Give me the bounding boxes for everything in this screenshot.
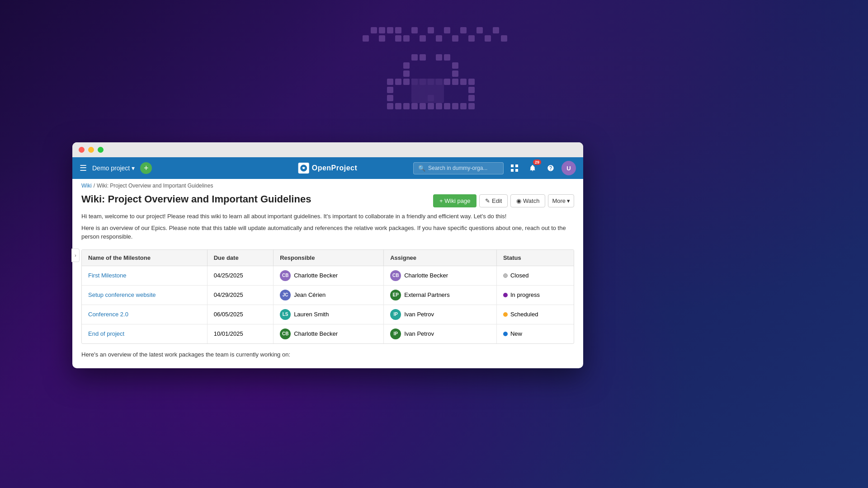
svg-rect-1 [379,27,385,33]
header-right: 🔍 Search in dummy-orga... 29 U [413,161,576,175]
svg-rect-50 [436,103,442,109]
project-selector[interactable]: Demo project ▾ [92,164,135,172]
col-header-status: Status [496,250,574,266]
svg-rect-23 [444,54,450,61]
breadcrumb-wiki-link[interactable]: Wiki [81,183,92,189]
responsible-avatar: JC [280,290,291,300]
svg-rect-39 [387,87,393,93]
cell-milestone-name[interactable]: Conference 2.0 [82,305,207,324]
responsible-name: Lauren Smith [294,311,329,318]
assignee-name: External Partners [404,291,449,298]
wiki-page-button[interactable]: + Wiki page [433,194,476,207]
cell-milestone-name[interactable]: End of project [82,324,207,343]
watch-button[interactable]: ◉ Watch [510,194,545,207]
svg-point-57 [302,167,305,169]
search-box[interactable]: 🔍 Search in dummy-orga... [413,162,504,174]
svg-rect-10 [363,35,369,42]
svg-rect-0 [371,27,377,33]
search-placeholder-text: Search in dummy-orga... [428,165,487,171]
cell-due-date: 04/25/2025 [207,266,273,285]
more-chevron: ▾ [567,197,570,204]
svg-rect-24 [403,62,410,69]
assignee-name: Charlotte Becker [404,272,448,279]
cell-responsible: CB Charlotte Becker [274,266,384,285]
svg-rect-38 [468,79,475,85]
app-header: ☰ Demo project ▾ + OpenProject 🔍 Search … [72,157,583,179]
svg-rect-60 [511,169,514,172]
milestone-table: Name of the Milestone Due date Responsib… [81,249,574,344]
project-dropdown-chevron: ▾ [132,164,135,172]
svg-rect-58 [511,164,514,167]
svg-rect-13 [403,35,410,42]
svg-rect-7 [460,27,467,33]
svg-rect-54 [468,103,475,109]
app-logo: OpenProject [298,163,358,174]
svg-rect-40 [468,87,475,93]
svg-rect-20 [411,54,418,61]
pixel-art-logo [335,18,533,145]
svg-rect-59 [515,164,518,167]
svg-rect-18 [485,35,491,42]
responsible-name: Jean Cérien [294,291,326,298]
svg-rect-47 [411,103,418,109]
cell-assignee: IP Ivan Petrov [384,324,497,343]
breadcrumb-current: Wiki: Project Overview and Important Gui… [97,183,213,189]
svg-rect-27 [452,70,458,77]
sidebar-toggle[interactable]: › [71,249,80,262]
grid-view-button[interactable] [507,161,522,175]
table-row: End of project 10/01/2025 CB Charlotte B… [82,324,574,343]
status-label: New [510,330,522,337]
svg-rect-35 [444,79,450,85]
svg-rect-16 [452,35,458,42]
edit-button[interactable]: ✎ Edit [479,194,508,207]
help-button[interactable] [543,161,558,175]
svg-rect-17 [468,35,475,42]
header-left: ☰ Demo project ▾ + [80,162,413,174]
responsible-name: Charlotte Becker [294,272,338,279]
status-dot [503,312,508,317]
svg-rect-61 [515,169,518,172]
cell-assignee: CB Charlotte Becker [384,266,497,285]
notifications-button[interactable]: 29 [525,161,540,175]
col-header-responsible: Responsible [274,250,384,266]
status-dot [503,332,508,336]
user-avatar[interactable]: U [561,161,576,175]
table-header-row: Name of the Milestone Due date Responsib… [82,250,574,266]
svg-rect-25 [452,62,458,69]
assignee-name: Ivan Petrov [404,311,434,318]
svg-rect-55 [411,79,444,103]
page-header: Wiki: Project Overview and Important Gui… [72,191,583,212]
intro-paragraph-1: Hi team, welcome to our project! Please … [81,212,574,221]
svg-rect-8 [476,27,483,33]
cell-due-date: 04/29/2025 [207,285,273,305]
assignee-name: Ivan Petrov [404,330,434,337]
svg-rect-6 [444,27,450,33]
svg-rect-29 [395,79,401,85]
project-name: Demo project [92,164,130,172]
cell-milestone-name[interactable]: Setup conference website [82,285,207,305]
status-label: Closed [510,272,528,279]
responsible-name: Charlotte Becker [294,330,338,337]
svg-rect-49 [428,103,434,109]
svg-rect-15 [436,35,442,42]
cell-milestone-name[interactable]: First Milestone [82,266,207,285]
svg-rect-45 [395,103,401,109]
browser-chrome [72,142,583,157]
status-dot [503,273,508,278]
add-button[interactable]: + [140,162,152,174]
cell-status: Scheduled [496,305,574,324]
svg-rect-2 [387,27,393,33]
svg-rect-28 [387,79,393,85]
hamburger-menu-icon[interactable]: ☰ [80,163,87,173]
table-row: Conference 2.0 06/05/2025 LS Lauren Smit… [82,305,574,324]
table-row: Setup conference website 04/29/2025 JC J… [82,285,574,305]
more-button[interactable]: More ▾ [548,194,574,207]
browser-minimize-btn[interactable] [88,147,94,153]
responsible-avatar: LS [280,309,291,320]
browser-close-btn[interactable] [79,147,85,153]
browser-maximize-btn[interactable] [98,147,104,153]
content-area: Wiki / Wiki: Project Overview and Import… [72,179,583,368]
cell-responsible: LS Lauren Smith [274,305,384,324]
svg-rect-26 [403,70,410,77]
svg-rect-19 [501,35,507,42]
